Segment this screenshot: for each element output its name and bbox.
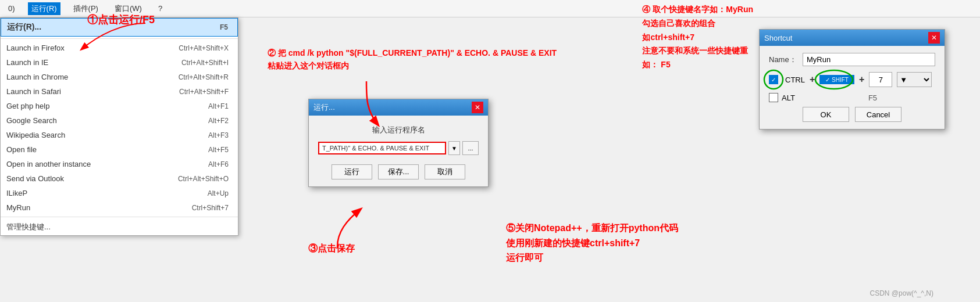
run-dialog-dropdown-button[interactable]: ▼ [448, 141, 460, 155]
menu-item-myrun[interactable]: MyRun Ctrl+Shift+7 [1, 200, 238, 215]
menu-divider-2 [1, 217, 238, 217]
run-dialog-titlebar: 运行... ✕ [309, 99, 488, 116]
launch-chrome-label: Launch in Chrome [6, 73, 68, 81]
wikipedia-search-label: Wikipedia Search [6, 131, 65, 139]
menu-item-php-help[interactable]: Get php help Alt+F1 [1, 99, 238, 113]
php-help-label: Get php help [6, 102, 49, 110]
open-file-shortcut: Alt+F5 [208, 146, 229, 154]
shortcut-name-row: Name： [769, 53, 935, 66]
menu-item-launch-chrome[interactable]: Launch in Chrome Ctrl+Alt+Shift+R [1, 70, 238, 84]
annotation3-text: ③点击保存 [308, 243, 355, 255]
ctrl-checkbox-container: ✓ [769, 75, 778, 84]
f5-label: F5 [868, 94, 877, 102]
shortcut-dialog-buttons: OK Cancel [769, 107, 935, 122]
open-file-label: Open file [6, 145, 37, 154]
shift-checkbox-container: ✓ SHIFT [819, 75, 854, 84]
run-dialog-browse-button[interactable]: ... [462, 141, 479, 155]
shortcut-name-label: Name： [769, 55, 798, 65]
ctrl-label: CTRL [785, 76, 805, 84]
run-dialog-title: 运行... [313, 102, 335, 113]
menu-item-send-outlook[interactable]: Send via Outlook Ctrl+Alt+Shift+O [1, 171, 238, 186]
shortcut-dialog-title: Shortcut [764, 34, 792, 42]
menu-item-run[interactable]: 运行(R)... F5 [1, 18, 238, 37]
run-dropdown-menu: 运行(R)... F5 Launch in Firefox Ctrl+Alt+S… [0, 17, 238, 236]
myrun-label: MyRun [6, 203, 30, 212]
launch-ie-label: Launch in IE [6, 58, 48, 67]
shortcut-name-input[interactable] [803, 53, 935, 66]
menu-item-launch-safari[interactable]: Launch in Safari Ctrl+Alt+Shift+F [1, 84, 238, 99]
run-dialog-buttons: 运行 保存... 取消 [318, 164, 479, 179]
shortcut-cancel-button[interactable]: Cancel [855, 107, 901, 122]
run-dialog: 运行... ✕ 输入运行程序名 ▼ ... 运行 保存... 取消 [308, 99, 489, 187]
run-dialog-input[interactable] [318, 142, 446, 154]
wikipedia-search-shortcut: Alt+F3 [208, 131, 229, 139]
key-select[interactable]: ▼ [897, 72, 932, 87]
myrun-shortcut: Ctrl+Shift+7 [192, 204, 229, 212]
launch-ie-shortcut: Ctrl+Alt+Shift+I [181, 59, 229, 67]
menu-divider-1 [1, 38, 238, 39]
send-outlook-shortcut: Ctrl+Alt+Shift+O [178, 175, 229, 183]
csdn-watermark: CSDN @pow(^_^,N) [870, 289, 933, 297]
menubar-item-plugin[interactable]: 插件(P) [70, 2, 102, 15]
menu-item-wikipedia-search[interactable]: Wikipedia Search Alt+F3 [1, 128, 238, 142]
google-search-shortcut: Alt+F2 [208, 117, 229, 125]
run-dialog-cancel-button[interactable]: 取消 [425, 164, 465, 179]
shortcut-ok-button[interactable]: OK [803, 107, 849, 122]
shortcut-dialog-close-button[interactable]: ✕ [928, 32, 940, 44]
ctrl-row: ✓ CTRL + ✓ SHIFT + ▼ [769, 72, 935, 87]
menu-item-google-search[interactable]: Google Search Alt+F2 [1, 113, 238, 128]
svg-point-1 [815, 70, 853, 89]
launch-chrome-shortcut: Ctrl+Alt+Shift+R [179, 73, 229, 81]
menu-item-launch-ie[interactable]: Launch in IE Ctrl+Alt+Shift+I [1, 55, 238, 70]
ctrl-circle [763, 69, 784, 90]
shortcut-dialog: Shortcut ✕ Name： ✓ CTRL + ✓ SHIFT [759, 29, 945, 130]
run-dialog-body: 输入运行程序名 ▼ ... 运行 保存... 取消 [309, 116, 488, 186]
menu-item-open-file[interactable]: Open file Alt+F5 [1, 142, 238, 157]
run-dialog-run-button[interactable]: 运行 [332, 164, 372, 179]
annotation2-text: ② 把 cmd /k python "$(FULL_CURRENT_PATH)"… [268, 46, 557, 73]
key-input[interactable] [869, 72, 892, 87]
menu-item-manage[interactable]: 管理快捷键... [1, 219, 238, 235]
menu-item-ilikep[interactable]: ILikeP Alt+Up [1, 186, 238, 200]
menubar-item-window[interactable]: 窗口(W) [111, 2, 145, 15]
menubar-item-run[interactable]: 运行(R) [28, 2, 60, 15]
alt-checkbox[interactable] [769, 93, 778, 102]
send-outlook-label: Send via Outlook [6, 174, 64, 183]
ilikep-shortcut: Alt+Up [208, 189, 229, 197]
annotation5-text: ⑤关闭Notepad++，重新打开python代码 使用刚新建的快捷键ctrl+… [506, 221, 678, 265]
launch-firefox-shortcut: Ctrl+Alt+Shift+X [179, 44, 229, 52]
run-dialog-close-button[interactable]: ✕ [472, 102, 483, 113]
shortcut-dialog-body: Name： ✓ CTRL + ✓ SHIFT + ▼ [760, 46, 945, 129]
run-shortcut: F5 [220, 23, 228, 31]
shortcut-dialog-titlebar: Shortcut ✕ [760, 30, 945, 46]
svg-point-0 [764, 70, 783, 89]
shift-circle [814, 69, 854, 90]
manage-label: 管理快捷键... [6, 222, 51, 232]
launch-firefox-label: Launch in Firefox [6, 44, 65, 52]
run-dialog-label: 输入运行程序名 [318, 125, 479, 135]
menu-item-open-another[interactable]: Open in another instance Alt+F6 [1, 157, 238, 171]
menu-bar: 0) 运行(R) 插件(P) 窗口(W) ? [0, 0, 980, 17]
launch-safari-label: Launch in Safari [6, 87, 61, 96]
arrow3-svg [308, 203, 378, 250]
menubar-item-help[interactable]: ? [155, 3, 166, 14]
launch-safari-shortcut: Ctrl+Alt+Shift+F [179, 88, 229, 96]
run-dialog-input-row: ▼ ... [318, 141, 479, 155]
run-dialog-save-button[interactable]: 保存... [378, 164, 419, 179]
open-another-shortcut: Alt+F6 [208, 160, 229, 168]
alt-row: ALT F5 [769, 93, 935, 102]
plus-sign-2: + [859, 74, 864, 85]
menubar-item-0[interactable]: 0) [5, 3, 19, 14]
ilikep-label: ILikeP [6, 189, 27, 197]
php-help-shortcut: Alt+F1 [208, 102, 229, 110]
run-label: 运行(R)... [7, 22, 41, 33]
annotation4-text: ④ 取个快捷键名字如：MyRun 勾选自己喜欢的组合 如ctrl+shift+7… [642, 3, 753, 72]
open-another-label: Open in another instance [6, 160, 91, 168]
alt-label: ALT [782, 94, 795, 102]
menu-item-launch-firefox[interactable]: Launch in Firefox Ctrl+Alt+Shift+X [1, 41, 238, 55]
google-search-label: Google Search [6, 116, 57, 125]
